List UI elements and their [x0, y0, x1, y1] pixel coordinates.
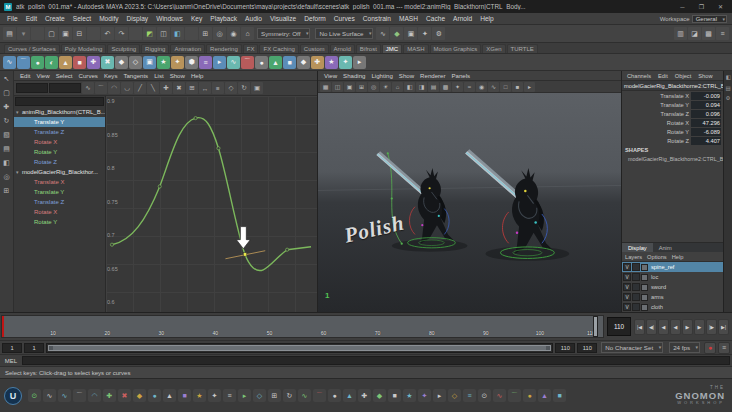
status-icon[interactable]: ∿	[376, 27, 389, 40]
bottom-shelf-tool-icon[interactable]: ∿	[43, 389, 56, 402]
attribute-value-field[interactable]: 4.407	[691, 137, 721, 145]
graph-editor-menu-item[interactable]: Select	[53, 72, 76, 79]
shelf-tab[interactable]: MASH	[403, 44, 428, 53]
shelf-tool-icon[interactable]: ●	[255, 56, 268, 69]
shelf-tool-icon[interactable]: ■	[73, 56, 86, 69]
menu-item[interactable]: Key	[187, 15, 206, 22]
graph-outliner-row[interactable]: Translate Y	[14, 117, 105, 127]
bottom-shelf-tool-icon[interactable]: ⌒	[313, 389, 326, 402]
viewport-toolbar-button[interactable]: ▤	[428, 82, 439, 92]
shelf-tool-icon[interactable]: ★	[325, 56, 338, 69]
layer-color-swatch[interactable]	[641, 304, 648, 311]
ge-toolbar-button[interactable]: ≡	[212, 82, 224, 94]
graph-editor-menu-item[interactable]: Curves	[76, 72, 101, 79]
shelf-tab[interactable]: Animation	[170, 44, 205, 53]
layer-row[interactable]: V spine_ref	[622, 262, 723, 272]
channel-box-menu-item[interactable]: Channels	[624, 73, 654, 79]
viewport-canvas[interactable]: Polish 1	[318, 93, 621, 312]
viewport-toolbar-button[interactable]: ⌂	[392, 82, 403, 92]
graph-editor-menu-item[interactable]: Keys	[101, 72, 121, 79]
ge-toolbar-button[interactable]: ◠	[108, 82, 120, 94]
status-icon[interactable]: ◎	[213, 27, 226, 40]
viewport-toolbar-button[interactable]: ◉	[476, 82, 487, 92]
attribute-value-field[interactable]: -6.089	[691, 128, 721, 136]
layer-row[interactable]: V cloth	[622, 302, 723, 312]
graph-outliner-row[interactable]: Translate X	[14, 177, 105, 187]
graph-outliner-row[interactable]: Translate Y	[14, 187, 105, 197]
bottom-shelf-tool-icon[interactable]: ★	[403, 389, 416, 402]
attribute-row[interactable]: Translate Y 0.094	[622, 100, 723, 109]
layer-color-swatch[interactable]	[641, 284, 648, 291]
menu-item[interactable]: MASH	[395, 15, 422, 22]
viewport-toolbar-button[interactable]: ⊞	[356, 82, 367, 92]
shelf-tool-icon[interactable]: ✚	[87, 56, 100, 69]
bottom-shelf-tool-icon[interactable]: ⊙	[28, 389, 41, 402]
layer-visibility-toggle[interactable]: V	[623, 273, 631, 281]
ge-frame-stat-field[interactable]	[16, 83, 48, 93]
menu-item[interactable]: Constrain	[359, 15, 395, 22]
playback-button[interactable]: ◀	[670, 319, 681, 335]
bottom-shelf-tool-icon[interactable]: ≡	[223, 389, 236, 402]
layer-editor-menu-item[interactable]: Layers	[625, 254, 642, 260]
bottom-shelf-tool-icon[interactable]: ▸	[238, 389, 251, 402]
bottom-shelf-tool-icon[interactable]: ■	[553, 389, 566, 402]
bottom-shelf-tool-icon[interactable]: ◆	[133, 389, 146, 402]
layer-editor-tab[interactable]: Display	[622, 243, 653, 252]
live-surface-dropdown[interactable]: No Live Surface	[315, 28, 373, 39]
shelf-tab[interactable]: Poly Modeling	[61, 44, 107, 53]
bottom-shelf-tool-icon[interactable]: ⌒	[73, 389, 86, 402]
toolbox-tool-icon[interactable]: ◧	[1, 158, 12, 168]
bottom-shelf-tool-icon[interactable]: ∿	[58, 389, 71, 402]
curve-keys[interactable]	[110, 116, 288, 256]
bottom-shelf-tool-icon[interactable]: ✚	[358, 389, 371, 402]
anim-start-field[interactable]: 1	[2, 343, 22, 353]
bottom-shelf-tool-icon[interactable]: ◇	[448, 389, 461, 402]
graph-outliner-row[interactable]: Rotate X	[14, 137, 105, 147]
shelf-tab[interactable]: Sculpting	[107, 44, 140, 53]
shelf-tab[interactable]: Motion Graphics	[430, 44, 482, 53]
bottom-shelf-tool-icon[interactable]: ⌒	[508, 389, 521, 402]
ge-toolbar-button[interactable]: ✖	[173, 82, 185, 94]
ge-toolbar-button[interactable]: ✚	[160, 82, 172, 94]
toolbox-tool-icon[interactable]: ◎	[1, 172, 12, 182]
layer-playback-toggle[interactable]	[632, 283, 640, 291]
bottom-shelf-tool-icon[interactable]: ∿	[298, 389, 311, 402]
shelf-tool-icon[interactable]: ✚	[311, 56, 324, 69]
layer-editor-tab[interactable]: Anim	[653, 243, 678, 252]
viewport-menu-item[interactable]: Panels	[449, 72, 474, 79]
attribute-row[interactable]: Rotate Y -6.089	[622, 127, 723, 136]
character-rig-2[interactable]	[465, 149, 554, 258]
channel-box-menu-item[interactable]: Show	[695, 73, 715, 79]
bottom-shelf-tool-icon[interactable]: ●	[148, 389, 161, 402]
shelf-tool-icon[interactable]: ▣	[143, 56, 156, 69]
status-icon[interactable]: ⊞	[199, 27, 212, 40]
menu-item[interactable]: Create	[41, 15, 69, 22]
menu-item[interactable]: Edit	[22, 15, 41, 22]
status-icon[interactable]: ⌂	[241, 27, 254, 40]
sidebar-toggle-icon[interactable]: ▩	[702, 27, 715, 40]
viewport-menu-item[interactable]: Renderer	[417, 72, 448, 79]
bottom-shelf-tool-icon[interactable]: ◠	[88, 389, 101, 402]
sidebar-toggle-icon[interactable]: ▥	[674, 27, 687, 40]
attribute-value-field[interactable]: 47.296	[691, 119, 721, 127]
status-icon[interactable]	[185, 27, 198, 40]
graph-editor-menu-item[interactable]: Edit	[17, 72, 34, 79]
anim-end-field[interactable]: 110	[577, 343, 597, 353]
bottom-shelf-tool-icon[interactable]: ■	[178, 389, 191, 402]
maximize-button[interactable]: ❐	[694, 3, 709, 10]
attribute-row[interactable]: Translate X -0.009	[622, 91, 723, 100]
sidebar-panel-icon[interactable]: ⚙	[726, 96, 731, 102]
status-icon[interactable]: ▤	[3, 27, 16, 40]
bottom-shelf-tool-icon[interactable]: ✦	[208, 389, 221, 402]
viewport-toolbar-button[interactable]: ■	[512, 82, 523, 92]
viewport-toolbar-button[interactable]: ▩	[440, 82, 451, 92]
command-input[interactable]	[22, 356, 730, 365]
viewport-toolbar-button[interactable]: ◧	[404, 82, 415, 92]
viewport-toolbar-button[interactable]: ◨	[416, 82, 427, 92]
status-icon[interactable]: ⊟	[73, 27, 86, 40]
bottom-shelf-tool-icon[interactable]: ⊞	[268, 389, 281, 402]
playback-button[interactable]: ▶|	[718, 319, 729, 335]
plugin-badge-icon[interactable]: U	[4, 387, 22, 405]
playback-button[interactable]: |▶	[706, 319, 717, 335]
shape-node-name[interactable]: modelGacierRig_Blackthorne2:CTRL_BodySha…	[622, 154, 723, 163]
